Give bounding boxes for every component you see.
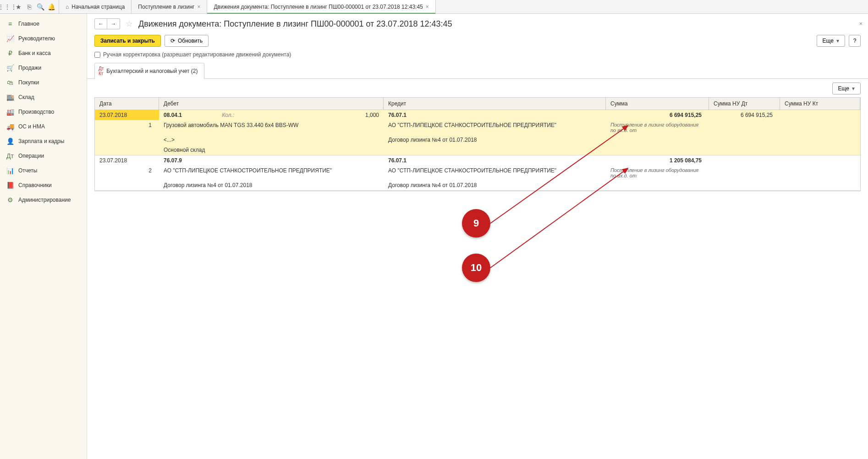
sidebar-item-production[interactable]: 🏭Производство	[0, 105, 87, 119]
refresh-icon: ⟳	[170, 38, 175, 44]
cell-sum: 6 694 915,25	[606, 110, 709, 120]
save-and-close-button[interactable]: Записать и закрыть	[94, 35, 161, 47]
history-icon[interactable]: ⎘	[24, 1, 35, 12]
cell-nudt: 6 694 915,25	[709, 110, 780, 120]
sidebar-item-warehouse[interactable]: 🏬Склад	[0, 90, 87, 105]
credit-subconto1: АО "СТП-ЛИПЕЦКОЕ СТАНКОСТРОИТЕЛЬНОЕ ПРЕД…	[384, 166, 606, 180]
cart-icon: 🛒	[6, 64, 14, 72]
tab-leasing-label: Поступление в лизинг	[138, 4, 194, 10]
col-debit[interactable]: Дебет	[159, 98, 384, 110]
sidebar-item-label: ОС и НМА	[18, 123, 45, 130]
tab-home[interactable]: ⌂ Начальная страница	[59, 0, 132, 13]
mini-icons: ⋮⋮⋮ ★ ⎘ 🔍 🔔	[0, 0, 59, 13]
notifications-icon[interactable]: 🔔	[46, 1, 57, 12]
sum-description: Поступление в лизинг оборудования по вх.…	[606, 166, 709, 180]
close-icon[interactable]: ×	[426, 4, 429, 10]
subtab-accounting[interactable]: ДтКт Бухгалтерский и налоговый учет (2)	[94, 63, 204, 79]
tab-movements-label: Движения документа: Поступление в лизинг…	[214, 4, 423, 10]
subtabs: ДтКт Бухгалтерский и налоговый учет (2)	[87, 62, 868, 79]
manual-edit-label: Ручная корректировка (разрешает редактир…	[103, 51, 291, 58]
col-date[interactable]: Дата	[95, 98, 159, 110]
more-label: Еще	[838, 85, 849, 92]
sidebar-item-label: Покупки	[18, 79, 39, 86]
sidebar-item-label: Зарплата и кадры	[18, 138, 64, 144]
nav-buttons: ← →	[94, 18, 120, 29]
sidebar-item-sales[interactable]: 🛒Продажи	[0, 61, 87, 75]
truck-icon: 🚚	[6, 123, 14, 130]
sidebar-item-label: Главное	[18, 21, 39, 27]
apps-icon[interactable]: ⋮⋮⋮	[2, 1, 13, 12]
chart-icon: 📈	[6, 35, 14, 42]
sidebar-item-main[interactable]: ≡Главное	[0, 17, 87, 31]
sidebar-item-hr[interactable]: 👤Зарплата и кадры	[0, 134, 87, 149]
table-wrap: Дата Дебет Кредит Сумма Сумма НУ Дт Сумм…	[87, 97, 868, 459]
sidebar-item-label: Справочники	[18, 182, 52, 188]
qty-value: 1,000	[253, 112, 379, 118]
sidebar-item-reports[interactable]: 📊Отчеты	[0, 163, 87, 178]
manual-edit-checkbox[interactable]	[94, 52, 100, 58]
basket-icon: 🛍	[6, 79, 14, 86]
table-more-button[interactable]: Еще	[832, 83, 861, 94]
debit-subconto2: Договор лизинга №4 от 01.07.2018	[159, 180, 384, 190]
save-label: Записать и закрыть	[100, 38, 155, 44]
more-button[interactable]: Еще	[817, 35, 845, 47]
table-row[interactable]: 23.07.2018 76.07.9 76.07.1 1 205 084,75 …	[95, 155, 860, 191]
cell-rownum: 2	[95, 166, 159, 180]
col-nudt[interactable]: Сумма НУ Дт	[709, 98, 780, 110]
cell-debit: 08.04.1 Кол.: 1,000	[159, 110, 384, 120]
cell-date: 23.07.2018	[95, 155, 159, 166]
close-icon[interactable]: ×	[859, 20, 863, 27]
favorite-icon[interactable]: ★	[13, 1, 24, 12]
sidebar-item-label: Производство	[18, 109, 54, 115]
dtkt-icon: ДтКт	[99, 66, 104, 76]
sidebar: ≡Главное 📈Руководителю ₽Банк и касса 🛒Пр…	[0, 14, 87, 459]
credit-account: 76.07.1	[384, 155, 606, 166]
refresh-button[interactable]: ⟳Обновить	[165, 35, 209, 47]
col-sum[interactable]: Сумма	[606, 98, 709, 110]
credit-subconto2: Договор лизинга №4 от 01.07.2018	[384, 180, 606, 190]
warehouse-icon: 🏬	[6, 94, 14, 101]
dtkt-icon: Дт	[6, 152, 14, 160]
bars-icon: 📊	[6, 167, 14, 174]
close-icon[interactable]: ×	[197, 4, 200, 10]
star-icon[interactable]: ☆	[126, 19, 133, 29]
table-row[interactable]: 23.07.2018 08.04.1 Кол.: 1,000 76.07.1 6…	[95, 110, 860, 155]
sidebar-item-assets[interactable]: 🚚ОС и НМА	[0, 119, 87, 134]
sidebar-item-bank[interactable]: ₽Банк и касса	[0, 46, 87, 61]
more-label: Еще	[823, 38, 834, 44]
table-toolbar: Еще	[87, 79, 868, 97]
tabs-bar: ⌂ Начальная страница Поступление в лизин…	[59, 0, 436, 13]
tab-leasing-receipt[interactable]: Поступление в лизинг ×	[132, 0, 207, 13]
sum-description: Поступление в лизинг оборудования по вх.…	[606, 120, 709, 135]
sidebar-item-references[interactable]: 📕Справочники	[0, 178, 87, 193]
tab-document-movements[interactable]: Движения документа: Поступление в лизинг…	[207, 0, 435, 13]
qty-label: Кол.:	[222, 112, 253, 118]
sidebar-item-operations[interactable]: ДтОперации	[0, 149, 87, 163]
title-row: ← → ☆ Движения документа: Поступление в …	[87, 14, 868, 33]
cell-date: 23.07.2018	[95, 110, 159, 120]
sidebar-item-label: Склад	[18, 94, 34, 100]
cell-debit: 76.07.9	[159, 155, 384, 166]
movements-table: Дата Дебет Кредит Сумма Сумма НУ Дт Сумм…	[94, 97, 861, 191]
sidebar-item-admin[interactable]: ⚙Администрирование	[0, 193, 87, 207]
help-label: ?	[853, 38, 857, 44]
credit-account: 76.07.1	[384, 110, 606, 120]
col-credit[interactable]: Кредит	[384, 98, 606, 110]
forward-button[interactable]: →	[107, 18, 120, 29]
help-button[interactable]: ?	[849, 35, 861, 47]
refresh-label: Обновить	[178, 38, 203, 44]
cell-rownum: 1	[95, 120, 159, 135]
annotation-bubble-9: 9	[462, 209, 490, 238]
cell-nukt	[780, 155, 860, 166]
col-nukt[interactable]: Сумма НУ Кт	[780, 98, 860, 110]
manual-edit-row: Ручная корректировка (разрешает редактир…	[87, 51, 868, 62]
top-toolbar: ⋮⋮⋮ ★ ⎘ 🔍 🔔 ⌂ Начальная страница Поступл…	[0, 0, 868, 14]
sidebar-item-manager[interactable]: 📈Руководителю	[0, 31, 87, 46]
back-button[interactable]: ←	[94, 18, 107, 29]
search-icon[interactable]: 🔍	[35, 1, 46, 12]
debit-account: 76.07.9	[164, 157, 223, 164]
sidebar-item-label: Банк и касса	[18, 50, 51, 56]
content-area: ← → ☆ Движения документа: Поступление в …	[87, 14, 868, 459]
sidebar-item-purchases[interactable]: 🛍Покупки	[0, 75, 87, 90]
annotation-bubble-10: 10	[462, 254, 490, 282]
